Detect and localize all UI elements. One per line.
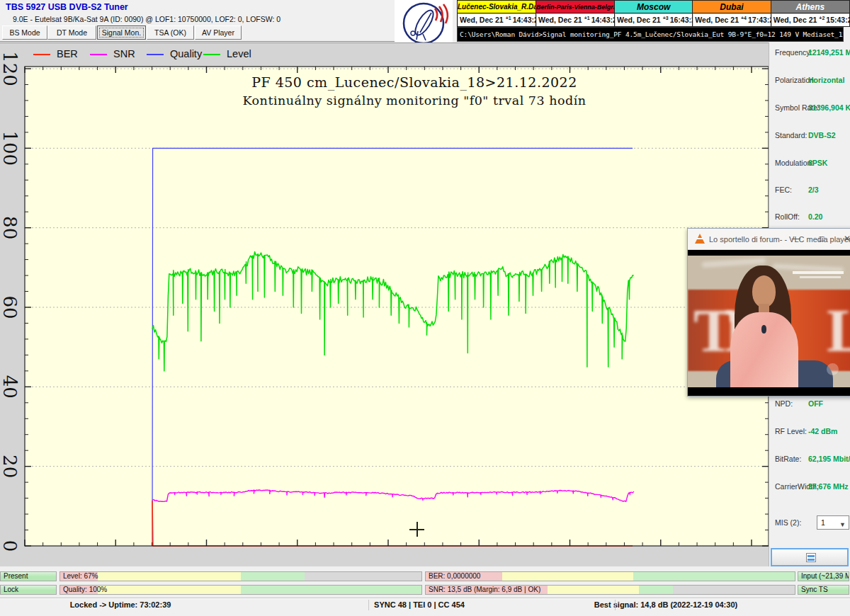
- svg-text:40: 40: [0, 375, 21, 399]
- param-label: FEC:: [775, 186, 792, 194]
- tuner-subtitle: 9.0E - Eutelsat 9B/Ka-Sat 9A (ID: 0090) …: [13, 15, 280, 23]
- mis-label: MIS (2):: [775, 518, 801, 527]
- svg-text:20: 20: [0, 455, 21, 478]
- signal-chart[interactable]: 020406080100120PF 450 cm_Lucenec/Slovaki…: [0, 43, 769, 567]
- clock-lučenec: Lučenec-Slovakia_R.DávidWed, Dec 21+114:…: [458, 1, 536, 26]
- signal-bar-quality: Quality: 100%: [60, 585, 422, 595]
- signal-bar-lock: Lock: [0, 585, 57, 595]
- crosshair-cursor: [416, 522, 418, 537]
- param-value: DVB-S2: [808, 131, 836, 139]
- svg-text:PF 450 cm_Lucenec/Slovakia_18>: PF 450 cm_Lucenec/Slovakia_18>21.12.2022: [251, 74, 577, 91]
- status-sync: SYNC 48 | TEI 0 | CC 454: [374, 600, 465, 609]
- ts-list-icon: [806, 553, 816, 562]
- onscreen-caption: [800, 276, 841, 278]
- vlc-video-area[interactable]: T E L: [688, 250, 850, 396]
- close-button[interactable]: ✕: [835, 229, 850, 249]
- status-uptime: Locked -> Uptime: 73:02:39: [70, 600, 171, 609]
- chevron-down-icon: ▼: [839, 518, 846, 531]
- signal-bar-sync: Sync TS: [798, 585, 849, 595]
- param-label: BitRate:: [775, 455, 801, 463]
- param-label: Standard:: [775, 131, 808, 139]
- signal-bar-ber: BER: 0,0000000: [425, 571, 795, 581]
- world-clock-strip: Lučenec-Slovakia_R.DávidWed, Dec 21+114:…: [457, 0, 850, 27]
- backdrop-letter: L: [827, 295, 850, 366]
- tv-guest-face: [752, 275, 776, 307]
- signal-monitor-panel: BERSNRQualityLevel 020406080100120PF 450…: [0, 42, 769, 566]
- clock-city: Berlin-Paris-Vienna-Belgrade: [536, 1, 614, 13]
- tab-tsa-ok-[interactable]: TSA (OK): [147, 25, 194, 40]
- clock-time: Wed, Dec 21+114:43:26: [536, 13, 614, 26]
- clock-time: Wed, Dec 21+114:43:26: [458, 13, 536, 26]
- ts-analysis-button[interactable]: [771, 548, 849, 566]
- clock-city: Dubai: [693, 1, 770, 13]
- tv-studio-scene: T E L: [688, 256, 850, 387]
- param-value: -42 dBm: [808, 427, 837, 435]
- status-best-signal: Best signal: 14,8 dB (2022-12-19 04:30): [594, 600, 737, 609]
- clock-moscow: MoscowWed, Dec 21+316:43:26: [615, 1, 693, 26]
- tv-guest-figure: [730, 312, 798, 387]
- mis-value: 1: [821, 518, 825, 527]
- param-value: 8PSK: [808, 159, 827, 167]
- clock-berlin: Berlin-Paris-Vienna-BelgradeWed, Dec 21+…: [536, 1, 615, 26]
- param-label: RF Level:: [775, 427, 807, 435]
- clock-city: Moscow: [615, 1, 692, 13]
- signal-bar-input: Input (~21,39 Mbps): [798, 571, 849, 581]
- param-value: 31396,904 KS/s: [808, 103, 850, 112]
- tab-dt-mode[interactable]: DT Mode: [47, 25, 96, 40]
- onscreen-caption: [793, 271, 844, 274]
- svg-text:Kontinuálny signálny monitorin: Kontinuálny signálny monitoring "f0" trv…: [242, 93, 586, 108]
- application-window: TBS 5927 USB DVB-S2 Tuner 9.0E - Eutelsa…: [0, 0, 850, 616]
- svg-text:0: 0: [0, 540, 21, 552]
- clock-athens: AthensWed, Dec 21+215:43:26: [771, 1, 849, 26]
- param-label: RollOff:: [775, 212, 800, 221]
- clock-city: Athens: [771, 1, 849, 13]
- channel-watermark: [827, 363, 839, 375]
- param-value: Horizontal: [808, 76, 844, 84]
- param-label: Frequency:: [775, 48, 812, 57]
- tab-signal-mon-[interactable]: Signal Mon.: [97, 25, 146, 40]
- minimize-button[interactable]: —: [784, 229, 808, 249]
- vlc-cone-icon: [695, 234, 705, 244]
- vlc-titlebar[interactable]: Lo sportello di forum- - VLC media playe…: [688, 229, 850, 250]
- param-value: 0.20: [808, 212, 822, 221]
- necklace: [761, 325, 766, 333]
- clock-time: Wed, Dec 21+417:43:26: [693, 13, 770, 26]
- satellite-dish-icon: [395, 0, 453, 47]
- status-separator: [368, 600, 369, 610]
- maximize-button[interactable]: □: [810, 229, 834, 249]
- status-separator: [615, 600, 616, 610]
- status-bar: Locked -> Uptime: 73:02:39 SYNC 48 | TEI…: [0, 598, 850, 611]
- console-command-line: C:\Users\Roman Dávid>Signal monitoring_P…: [457, 27, 844, 42]
- param-value: 2/3: [808, 186, 819, 194]
- clock-time: Wed, Dec 21+215:43:26: [771, 13, 849, 26]
- app-title: TBS 5927 USB DVB-S2 Tuner: [6, 2, 128, 12]
- param-value: OFF: [808, 399, 823, 408]
- tab-av-player[interactable]: AV Player: [195, 25, 242, 40]
- mis-dropdown[interactable]: 1 ▼: [817, 515, 849, 530]
- tab-bs-mode[interactable]: BS Mode: [2, 25, 47, 40]
- param-label: NPD:: [775, 399, 793, 408]
- svg-text:120: 120: [0, 51, 21, 86]
- clock-dubai: DubaiWed, Dec 21+417:43:26: [693, 1, 771, 26]
- param-value: 12149,251 MHz: [808, 48, 850, 57]
- vlc-window[interactable]: Lo sportello di forum- - VLC media playe…: [687, 228, 850, 397]
- signal-bar-level: Level: 67%: [60, 571, 422, 581]
- signal-bar-present: Present: [0, 571, 57, 581]
- param-value: 37,676 MHz: [808, 482, 849, 491]
- svg-text:100: 100: [0, 131, 21, 166]
- param-value: 62,195 Mbit/s: [808, 455, 850, 463]
- clock-time: Wed, Dec 21+316:43:26: [615, 13, 692, 26]
- clock-city: Lučenec-Slovakia_R.Dávid: [458, 1, 536, 13]
- svg-text:60: 60: [0, 295, 21, 319]
- svg-text:80: 80: [0, 216, 21, 239]
- signal-bar-snr: SNR: 13,5 dB (Margin: 6,9 dB | OK): [425, 585, 795, 595]
